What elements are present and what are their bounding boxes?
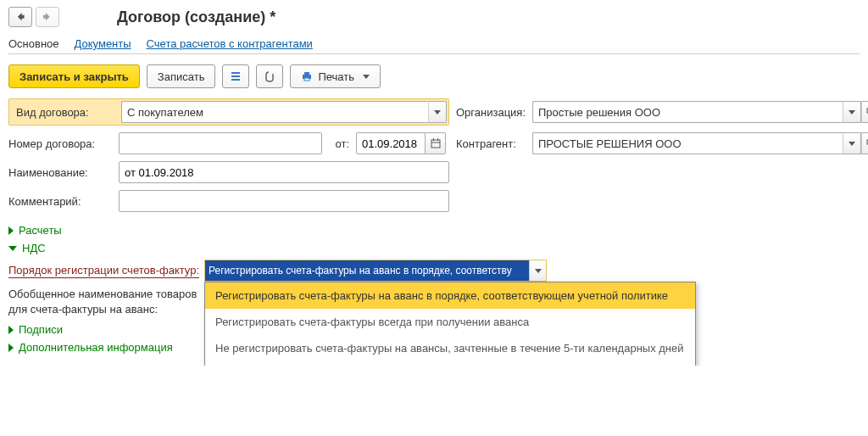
save-and-close-button[interactable]: Записать и закрыть (8, 64, 140, 88)
save-button[interactable]: Записать (147, 64, 216, 88)
svg-rect-2 (231, 79, 240, 81)
contract-type-select[interactable]: С покупателем (121, 101, 428, 123)
from-label: от: (322, 137, 356, 150)
calendar-icon (431, 138, 441, 148)
svg-rect-10 (437, 138, 438, 141)
signatures-label: Подписи (19, 323, 63, 336)
contract-type-label: Вид договора: (11, 106, 121, 119)
contract-number-input[interactable] (119, 132, 322, 154)
svg-rect-5 (304, 78, 309, 81)
svg-rect-4 (304, 72, 309, 75)
contract-type-row: Вид договора: С покупателем (8, 98, 449, 126)
save-label: Записать (158, 70, 205, 83)
name-input[interactable] (119, 161, 449, 183)
calculations-expander[interactable]: Расчеты (8, 224, 860, 237)
print-label: Печать (318, 70, 354, 83)
contract-number-row: Номер договора: от: (8, 132, 449, 154)
svg-rect-1 (231, 75, 240, 77)
list-icon-button[interactable] (222, 64, 249, 88)
organization-label: Организация: (456, 106, 532, 119)
printer-icon (301, 70, 313, 82)
svg-rect-0 (231, 72, 240, 74)
chevron-down-icon (535, 269, 542, 273)
svg-rect-9 (433, 138, 434, 141)
comment-input[interactable] (119, 190, 449, 212)
counterparty-dropdown-button[interactable] (843, 132, 861, 154)
contract-number-label: Номер договора: (8, 137, 119, 150)
organization-select[interactable]: Простые решения ООО (532, 101, 843, 123)
calculations-label: Расчеты (19, 224, 62, 237)
sf-option-1[interactable]: Регистрировать счета-фактуры всегда при … (205, 309, 695, 335)
comment-label: Комментарий: (8, 195, 119, 208)
forward-button[interactable] (36, 7, 59, 27)
additional-info-label: Дополнительная информация (19, 341, 173, 354)
tab-documents[interactable]: Документы (75, 37, 131, 50)
generalized-name-line2: для счета-фактуры на аванс: (8, 302, 225, 317)
sf-order-dropdown-panel: Регистрировать счета-фактуры на аванс в … (204, 282, 696, 366)
sf-order-selected-value: Регистрировать счета-фактуры на аванс в … (205, 260, 529, 281)
chevron-right-icon (8, 344, 14, 352)
contract-type-dropdown-button[interactable] (428, 101, 447, 123)
sf-order-label: Порядок регистрации счетов-фактур: (8, 264, 199, 278)
save-and-close-label: Записать и закрыть (19, 70, 129, 83)
counterparty-select[interactable]: ПРОСТЫЕ РЕШЕНИЯ ООО (532, 132, 843, 154)
chevron-down-icon (363, 75, 370, 79)
organization-dropdown-button[interactable] (843, 101, 861, 123)
sf-order-dropdown-button[interactable] (529, 260, 546, 281)
sf-order-select[interactable]: Регистрировать счета-фактуры на аванс в … (204, 260, 547, 282)
name-row: Наименование: (8, 161, 449, 183)
vat-label: НДС (22, 242, 46, 254)
back-button[interactable] (8, 7, 32, 27)
organization-row: Организация: Простые решения ООО (456, 98, 868, 126)
chevron-down-icon (434, 110, 441, 115)
counterparty-row: Контрагент: ПРОСТЫЕ РЕШЕНИЯ ООО (456, 132, 868, 154)
generalized-name-line1: Обобщенное наименование товаров (8, 287, 225, 302)
generalized-name-label: Обобщенное наименование товаров для счет… (8, 287, 225, 316)
list-icon (230, 70, 242, 82)
counterparty-open-button[interactable] (861, 132, 868, 154)
date-picker-button[interactable] (426, 132, 446, 154)
chevron-down-icon (849, 110, 855, 115)
sf-option-2[interactable]: Не регистрировать счета-фактуры на аванс… (205, 335, 695, 361)
chevron-right-icon (8, 226, 14, 235)
chevron-down-icon (8, 246, 17, 251)
name-label: Наименование: (8, 166, 119, 179)
sf-order-row: Порядок регистрации счетов-фактур: Регис… (8, 260, 860, 282)
svg-rect-7 (431, 140, 440, 148)
chevron-down-icon (849, 142, 855, 146)
print-button[interactable]: Печать (290, 64, 381, 88)
toolbar: Записать и закрыть Записать Печать (8, 64, 860, 88)
section-tabs: Основное Документы Счета расчетов с конт… (8, 37, 860, 54)
comment-row: Комментарий: (8, 190, 449, 212)
vat-expander[interactable]: НДС (8, 242, 860, 254)
tab-accounts[interactable]: Счета расчетов с контрагентами (147, 37, 313, 50)
sf-option-0[interactable]: Регистрировать счета-фактуры на аванс в … (205, 282, 695, 309)
attach-button[interactable] (256, 64, 283, 88)
sf-option-3[interactable]: Не регистрировать счета-фактуры на аванс… (205, 361, 695, 366)
date-input[interactable] (356, 132, 426, 154)
counterparty-label: Контрагент: (456, 137, 532, 150)
page-title: Договор (создание) * (117, 8, 275, 26)
tab-main[interactable]: Основное (8, 37, 59, 50)
chevron-right-icon (8, 326, 14, 334)
organization-open-button[interactable] (861, 101, 868, 123)
title-bar: Договор (создание) * (8, 7, 860, 27)
paperclip-icon (264, 70, 275, 82)
